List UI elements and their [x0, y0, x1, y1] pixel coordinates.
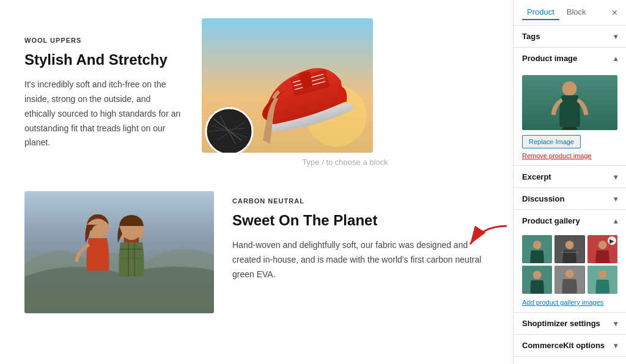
- tags-section: Tags ▾: [514, 26, 626, 48]
- discussion-chevron-icon: ▾: [614, 195, 617, 203]
- product-image-header[interactable]: Product image ▴: [514, 48, 626, 69]
- section2-title: Sweet On The Planet: [232, 211, 488, 230]
- tags-chevron-icon: ▾: [614, 32, 617, 41]
- tab-product[interactable]: Product: [522, 5, 559, 20]
- product-gallery-content: ▶: [514, 231, 626, 312]
- gallery-remove-3-button[interactable]: ▶: [608, 236, 616, 245]
- commercekit-section: CommerceKit options ▾: [514, 335, 626, 357]
- product-gallery-header[interactable]: Product gallery ▴: [514, 210, 626, 231]
- gallery-grid: ▶: [522, 235, 617, 294]
- section1-label: WOOL UPPERS: [24, 37, 183, 44]
- product-image-preview: [522, 75, 617, 130]
- product-gallery-label: Product gallery: [522, 216, 580, 225]
- product-gallery-section: Product gallery ▴: [514, 210, 626, 313]
- sidebar-header: Product Block ×: [514, 0, 626, 26]
- gallery-thumb-1[interactable]: [522, 235, 552, 263]
- svg-point-23: [562, 81, 577, 96]
- shoptimizer-label: Shoptimizer settings: [522, 319, 600, 328]
- discussion-label: Discussion: [522, 194, 564, 203]
- product-image-section: Product image ▴: [514, 48, 626, 166]
- section1-right: Type / to choose a block: [202, 18, 488, 167]
- gallery-thumb-3[interactable]: ▶: [587, 235, 617, 263]
- shoptimizer-section: Shoptimizer settings ▾: [514, 313, 626, 335]
- product-gallery-chevron-icon: ▴: [614, 217, 617, 225]
- remove-image-link[interactable]: Remove product image: [522, 152, 617, 159]
- svg-point-25: [533, 241, 542, 249]
- gallery-thumb-5[interactable]: [554, 266, 584, 294]
- shoptimizer-chevron-icon: ▾: [614, 319, 617, 328]
- main-content: WOOL UPPERS Stylish And Stretchy It's in…: [0, 0, 513, 364]
- discussion-section: Discussion ▾: [514, 188, 626, 210]
- section1-text: It's incredibly soft and itch-free on th…: [24, 78, 183, 150]
- svg-point-34: [565, 269, 574, 278]
- svg-point-36: [598, 270, 606, 278]
- block-placeholder[interactable]: Type / to choose a block: [202, 158, 488, 167]
- excerpt-header[interactable]: Excerpt ▾: [514, 166, 626, 187]
- product-image-label: Product image: [522, 54, 577, 63]
- section-wool-uppers: WOOL UPPERS Stylish And Stretchy It's in…: [24, 18, 488, 167]
- excerpt-chevron-icon: ▾: [614, 173, 617, 181]
- couple-image: [24, 191, 214, 313]
- tab-block[interactable]: Block: [562, 5, 591, 20]
- commercekit-label: CommerceKit options: [522, 341, 605, 350]
- commercekit-header[interactable]: CommerceKit options ▾: [514, 335, 626, 356]
- section-carbon-neutral: CARBON NEUTRAL Sweet On The Planet Hand-…: [24, 191, 488, 313]
- section1-left: WOOL UPPERS Stylish And Stretchy It's in…: [24, 18, 183, 167]
- section2-text: Hand-woven and delightfully soft, our fa…: [232, 238, 488, 282]
- excerpt-section: Excerpt ▾: [514, 166, 626, 188]
- add-gallery-link[interactable]: Add product gallery images: [522, 299, 617, 306]
- section2-label: CARBON NEUTRAL: [232, 197, 488, 205]
- discussion-header[interactable]: Discussion ▾: [514, 188, 626, 209]
- tags-label: Tags: [522, 32, 540, 41]
- svg-point-32: [533, 271, 542, 279]
- section2-right: CARBON NEUTRAL Sweet On The Planet Hand-…: [232, 191, 488, 282]
- svg-point-30: [598, 241, 606, 249]
- sidebar: Product Block × Tags ▾ Product image ▴: [513, 0, 626, 364]
- product-image-content: Replace Image Remove product image: [514, 69, 626, 166]
- product-image-chevron-icon: ▴: [614, 54, 617, 63]
- svg-point-27: [565, 241, 574, 249]
- excerpt-label: Excerpt: [522, 172, 551, 181]
- replace-image-button[interactable]: Replace Image: [522, 135, 581, 148]
- gallery-thumb-2[interactable]: [554, 235, 584, 263]
- section1-title: Stylish And Stretchy: [24, 50, 183, 69]
- gallery-thumb-6[interactable]: [587, 266, 617, 294]
- close-button[interactable]: ×: [612, 8, 617, 18]
- shoe-image: [202, 18, 373, 153]
- tags-header[interactable]: Tags ▾: [514, 26, 626, 47]
- commercekit-chevron-icon: ▾: [614, 341, 617, 350]
- shoptimizer-header[interactable]: Shoptimizer settings ▾: [514, 313, 626, 334]
- gallery-thumb-4[interactable]: [522, 266, 552, 294]
